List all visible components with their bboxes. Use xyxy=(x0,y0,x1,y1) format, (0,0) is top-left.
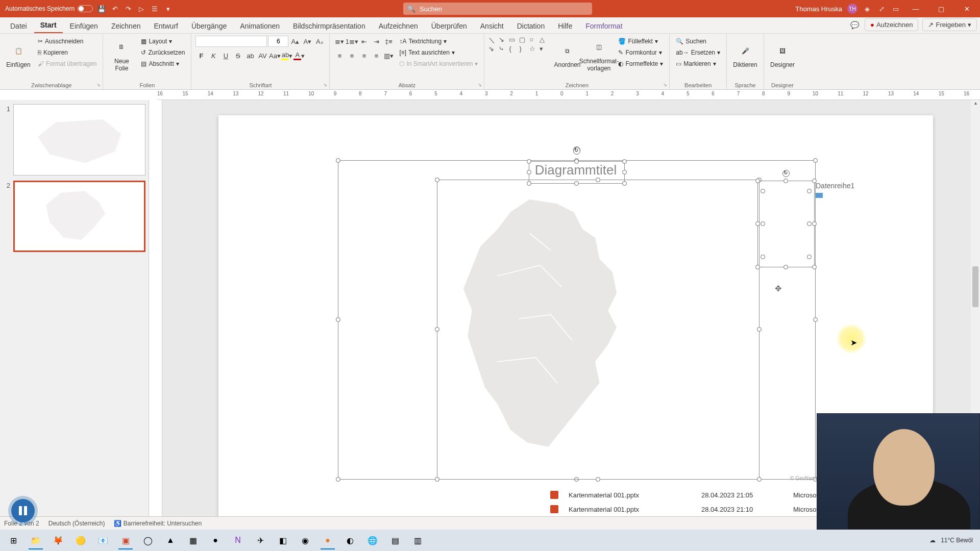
resize-handle[interactable] xyxy=(622,170,627,174)
touch-mode-icon[interactable]: ☰ xyxy=(150,4,159,13)
resize-handle[interactable] xyxy=(527,170,531,174)
decrease-indent-icon[interactable]: ⇤ xyxy=(358,36,370,47)
shape-oval-icon[interactable]: ○ xyxy=(529,36,540,45)
underline-button[interactable]: U xyxy=(220,50,231,61)
font-size-input[interactable] xyxy=(268,36,288,47)
redo-icon[interactable]: ↷ xyxy=(124,4,133,13)
clipboard-launcher-icon[interactable]: ↘ xyxy=(96,82,101,87)
resize-handle[interactable] xyxy=(807,221,812,226)
shape-rect-icon[interactable]: ▭ xyxy=(509,36,519,45)
resize-handle[interactable] xyxy=(755,179,760,183)
germany-map[interactable] xyxy=(433,182,647,478)
language-indicator[interactable]: Deutsch (Österreich) xyxy=(48,520,105,527)
taskbar-powerpoint-icon[interactable]: ▣ xyxy=(115,531,136,549)
resize-handle[interactable] xyxy=(336,317,340,322)
resize-handle[interactable] xyxy=(783,265,788,269)
window-layout-icon[interactable]: ▭ xyxy=(891,4,900,13)
tab-review[interactable]: Überprüfen xyxy=(425,19,473,33)
arrange-button[interactable]: ⧉Anordnen xyxy=(553,36,581,76)
tab-record[interactable]: Aufzeichnen xyxy=(373,19,424,33)
highlight-color-button[interactable]: ab▾ xyxy=(281,50,292,61)
resize-handle[interactable] xyxy=(813,317,818,322)
resize-handle[interactable] xyxy=(807,255,812,259)
align-center-icon[interactable]: ≡ xyxy=(346,50,357,61)
undo-icon[interactable]: ↶ xyxy=(110,4,119,13)
shape-connector-icon[interactable]: ⤷ xyxy=(499,45,509,53)
increase-indent-icon[interactable]: ⇥ xyxy=(371,36,382,47)
taskbar-onenote-icon[interactable]: N xyxy=(228,531,248,549)
tab-draw[interactable]: Zeichnen xyxy=(105,19,147,33)
resize-handle[interactable] xyxy=(812,265,817,269)
shape-rect2-icon[interactable]: ▢ xyxy=(519,36,529,45)
taskbar-vlc-icon[interactable]: ▲ xyxy=(160,531,181,549)
resize-handle[interactable] xyxy=(336,158,340,163)
resize-handle[interactable] xyxy=(435,477,439,482)
align-text-button[interactable]: [≡]Text ausrichten▾ xyxy=(397,47,480,58)
italic-button[interactable]: K xyxy=(208,50,219,61)
tab-design[interactable]: Entwurf xyxy=(148,19,184,33)
paste-button[interactable]: 📋 Einfügen xyxy=(4,36,33,76)
text-direction-button[interactable]: ↕ATextrichtung▾ xyxy=(397,36,480,47)
numbering-icon[interactable]: 1≣▾ xyxy=(346,36,357,47)
shapes-gallery[interactable]: ＼↘▭▢○△ ⇘⤷{}☆▾ xyxy=(488,36,550,53)
shape-rbrace-icon[interactable]: } xyxy=(519,45,529,53)
legend-selection[interactable] xyxy=(757,181,815,267)
save-icon[interactable]: 💾 xyxy=(97,4,106,13)
close-button[interactable]: ✕ xyxy=(957,0,977,17)
system-tray[interactable]: ☁ 11°C Bewöl xyxy=(929,537,977,544)
chart-legend[interactable]: Datenreihe1 xyxy=(816,182,872,198)
chart-title[interactable]: Diagrammtitel xyxy=(535,162,617,178)
search-box[interactable]: 🔍 xyxy=(403,3,592,15)
line-spacing-icon[interactable]: ‡≡ xyxy=(383,36,394,47)
font-color-button[interactable]: A▾ xyxy=(293,50,305,61)
clear-format-icon[interactable]: Aₓ xyxy=(314,36,325,47)
justify-icon[interactable]: ≡ xyxy=(371,50,382,61)
paragraph-launcher-icon[interactable]: ↘ xyxy=(478,82,482,87)
bullets-icon[interactable]: ≣▾ xyxy=(334,36,345,47)
autosave-toggle[interactable]: Automatisches Speichern xyxy=(5,5,93,12)
taskbar-app5-icon[interactable]: ◐ xyxy=(340,531,360,549)
bold-button[interactable]: F xyxy=(195,50,207,61)
dictate-button[interactable]: 🎤Diktieren xyxy=(731,36,760,76)
font-name-input[interactable] xyxy=(195,36,267,47)
taskbar-app4-icon[interactable]: ◧ xyxy=(273,531,293,549)
strike-button[interactable]: S xyxy=(232,50,243,61)
resize-handle[interactable] xyxy=(596,477,600,482)
char-spacing-icon[interactable]: AV xyxy=(257,50,268,61)
tab-view[interactable]: Ansicht xyxy=(474,19,510,33)
user-name[interactable]: Thomas Hruska xyxy=(795,5,842,13)
layout-button[interactable]: ▦Layout▾ xyxy=(139,36,187,47)
shape-lbrace-icon[interactable]: { xyxy=(509,45,519,53)
ribbon-display-icon[interactable]: ⤢ xyxy=(877,4,886,13)
tab-dictation[interactable]: Dictation xyxy=(511,19,551,33)
accessibility-checker[interactable]: ♿ Barrierefreiheit: Untersuchen xyxy=(114,520,202,527)
taskbar-recording-icon[interactable]: ● xyxy=(317,531,338,549)
taskbar-app7-icon[interactable]: ▥ xyxy=(407,531,428,549)
comments-icon[interactable]: 💬 xyxy=(848,19,861,31)
taskbar-app3-icon[interactable]: ● xyxy=(205,531,226,549)
drawing-launcher-icon[interactable]: ↘ xyxy=(663,82,667,87)
resize-handle[interactable] xyxy=(761,221,765,226)
scroll-up-icon[interactable]: ▴ xyxy=(971,100,980,109)
autosave-switch-icon[interactable] xyxy=(78,5,93,12)
resize-handle[interactable] xyxy=(807,189,812,193)
tab-animations[interactable]: Animationen xyxy=(234,19,286,33)
taskbar-obs-icon[interactable]: ◉ xyxy=(295,531,315,549)
shape-more-icon[interactable]: ▾ xyxy=(540,45,550,53)
tab-home[interactable]: Start xyxy=(34,18,63,33)
qat-customize-icon[interactable]: ▾ xyxy=(163,4,173,13)
shape-triangle-icon[interactable]: △ xyxy=(540,36,550,45)
increase-font-icon[interactable]: A▴ xyxy=(289,36,301,47)
search-input[interactable] xyxy=(420,5,588,13)
resize-handle[interactable] xyxy=(761,255,765,259)
minimize-button[interactable]: — xyxy=(905,0,926,17)
tab-transitions[interactable]: Übergänge xyxy=(185,19,233,33)
taskbar-chrome-icon[interactable]: 🟡 xyxy=(70,531,91,549)
shape-fill-button[interactable]: 🪣Fülleffekt▾ xyxy=(616,36,665,47)
coming-soon-icon[interactable]: ◈ xyxy=(863,4,872,13)
font-launcher-icon[interactable]: ↘ xyxy=(323,82,327,87)
align-right-icon[interactable]: ≡ xyxy=(358,50,370,61)
taskbar-app-icon[interactable]: ◯ xyxy=(138,531,158,549)
resize-handle[interactable] xyxy=(783,179,788,183)
align-left-icon[interactable]: ≡ xyxy=(334,50,345,61)
